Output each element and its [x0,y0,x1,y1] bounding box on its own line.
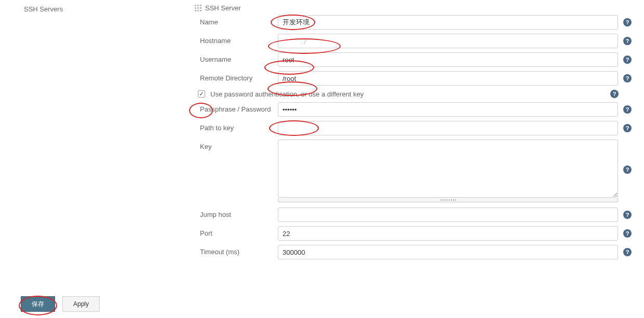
label-jump-host: Jump host [200,208,278,218]
help-icon[interactable]: ? [623,37,632,45]
label-port: Port [200,226,278,237]
textarea-key[interactable] [278,140,618,198]
resize-handle-icon[interactable] [278,198,618,202]
input-timeout[interactable] [278,245,618,259]
label-hostname: Hostname [200,34,278,45]
label-username: Username [200,52,278,63]
label-remote-directory: Remote Directory [200,71,278,82]
label-timeout: Timeout (ms) [200,245,278,256]
drag-grid-icon[interactable] [195,5,202,12]
save-button[interactable]: 保存 [21,296,55,312]
help-icon[interactable]: ? [610,90,619,98]
label-passphrase: Passphrase / Password [200,102,278,113]
ssh-server-form: SSH Server Name ? Hostname ? Username ? [195,4,631,264]
apply-button[interactable]: Apply [62,296,100,312]
help-icon[interactable]: ? [623,248,632,256]
label-key: Key [200,140,278,150]
help-icon[interactable]: ? [623,124,632,132]
help-icon[interactable]: ? [623,74,632,82]
help-icon[interactable]: ? [623,105,632,114]
input-passphrase[interactable] [278,102,618,117]
help-icon[interactable]: ? [623,18,632,26]
input-jump-host[interactable] [278,208,618,222]
checkbox-use-password[interactable]: ✓ [198,90,205,98]
sidebar-label-ssh-servers: SSH Servers [24,5,63,13]
input-path-to-key[interactable] [278,121,618,135]
label-path-to-key: Path to key [200,121,278,132]
help-icon[interactable]: ? [623,165,632,174]
input-name[interactable] [278,15,618,30]
input-port[interactable] [278,226,618,241]
label-use-password: Use password authentication, or use a di… [210,90,364,98]
help-icon[interactable]: ? [623,229,632,238]
input-remote-directory[interactable] [278,71,618,86]
input-username[interactable] [278,52,618,67]
label-name: Name [200,15,278,26]
help-icon[interactable]: ? [623,56,632,64]
input-hostname[interactable] [278,34,618,48]
section-title: SSH Server [205,4,241,12]
help-icon[interactable]: ? [623,211,632,219]
